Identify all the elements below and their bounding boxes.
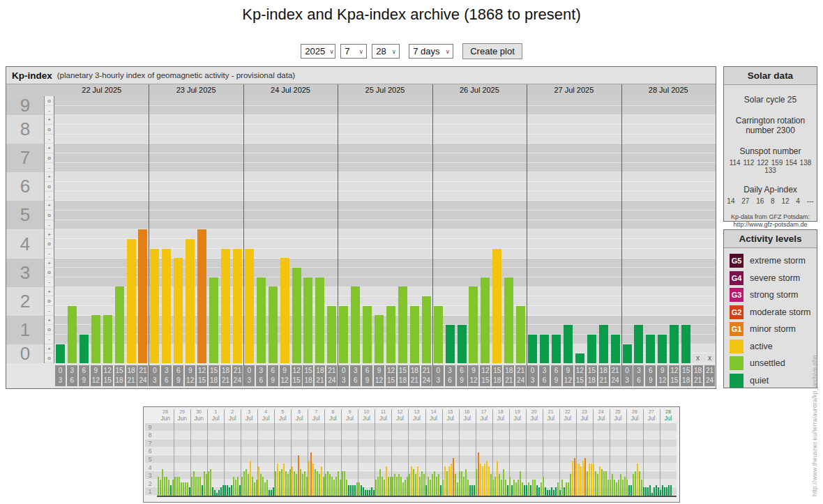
mini-date-day: 17 [476, 409, 492, 415]
activity-level-label: extreme storm [750, 256, 806, 266]
kp-data-source-line2[interactable]: http://www.gfz-potsdam.de [724, 221, 817, 229]
y-subtick-plus: + [45, 172, 54, 182]
kp-bar [292, 268, 301, 363]
year-select[interactable]: 2025 ∨ [301, 44, 335, 59]
create-plot-button[interactable]: Create plot [462, 43, 522, 59]
period-end: 15 [197, 376, 207, 385]
y-subtick-o: o [45, 182, 54, 192]
mini-y-axis-number: 8 [145, 432, 155, 440]
quiet-swatch [730, 374, 743, 388]
mini-kp-bar [398, 474, 400, 496]
grid-row [54, 163, 716, 173]
mini-kp-bar [637, 464, 638, 496]
mini-kp-bar [453, 458, 454, 496]
y-subtick-minus: - [45, 306, 54, 316]
mini-kp-bar [208, 471, 209, 496]
period-start: 3 [161, 366, 172, 376]
mini-day-divider-line [526, 409, 527, 496]
period-label-box: 912 [657, 365, 667, 386]
day-label: 28 Jul 2025 [621, 84, 716, 96]
mini-kp-bar [396, 477, 398, 496]
period-start: 6 [173, 366, 183, 376]
period-start: 0 [55, 366, 66, 376]
mini-kp-bar [266, 480, 268, 496]
y-axis-number: 1 [6, 316, 44, 344]
mini-date-label: 14Jul [425, 409, 442, 423]
mini-kp-bar [350, 485, 352, 496]
mini-date-day: 14 [425, 409, 442, 415]
mini-kp-bar [559, 490, 561, 496]
mini-kp-bar [654, 487, 655, 496]
day-divider-line [149, 84, 149, 386]
period-end: 9 [645, 376, 656, 385]
day-select[interactable]: 28 ∨ [372, 44, 400, 59]
period-start: 3 [539, 366, 550, 376]
mini-date-label: 3Jul [241, 409, 257, 423]
mini-kp-bar [292, 466, 293, 496]
mini-date-month: Jul [391, 415, 408, 422]
period-start: 15 [681, 366, 691, 376]
carrington-rotation-line2: number 2300 [724, 125, 817, 135]
mini-kp-bar [526, 485, 527, 496]
period-label-box: 69 [362, 365, 372, 386]
period-start: 6 [79, 366, 89, 376]
period-label-box: 36 [161, 365, 172, 386]
period-end: 15 [575, 376, 585, 385]
ap-index-values: 14 27 16 8 12 4 --- [724, 197, 817, 205]
mini-kp-bar [580, 466, 582, 496]
mini-date-month: Jul [308, 415, 324, 422]
year-select-value: 2025 [305, 46, 325, 56]
period-start: 12 [103, 366, 113, 376]
period-end: 18 [681, 376, 691, 385]
period-start: 0 [338, 366, 349, 376]
mini-date-month: Jul [274, 415, 291, 422]
mini-kp-bar [181, 482, 182, 496]
kp-bar [422, 296, 431, 363]
mini-kp-bar [264, 482, 266, 496]
mini-kp-bar [277, 464, 278, 496]
mini-date-month: Jul [459, 415, 476, 422]
mini-kp-bar [342, 471, 343, 496]
kp-bar [599, 325, 608, 363]
mini-kp-bar [467, 480, 469, 496]
activity-level-label: quiet [750, 376, 769, 385]
mini-date-month: Jul [341, 415, 358, 422]
mini-kp-bar [227, 485, 228, 496]
grid-row [54, 201, 716, 211]
mini-y-axis-number: 1 [145, 487, 155, 496]
grid-row [54, 96, 716, 106]
missing-data-marker: x [692, 354, 704, 362]
chart-subtitle: (planetary 3-hourly index of geomagnetic… [57, 71, 295, 79]
activity-level-label: moderate storm [750, 307, 811, 317]
mini-kp-bar [358, 482, 360, 496]
y-subtick-minus: - [45, 192, 54, 201]
period-end: 15 [386, 376, 396, 385]
period-end: 24 [610, 376, 621, 385]
mini-date-label: 16Jul [459, 409, 476, 423]
mini-kp-bar [538, 487, 540, 496]
period-label-box: 1518 [303, 365, 313, 386]
range-select[interactable]: 7 days ∨ [409, 44, 453, 59]
period-end: 9 [268, 376, 278, 385]
period-label-box: 03 [55, 365, 66, 386]
activity-levels-title: Activity levels [724, 230, 817, 248]
mini-kp-bar [241, 477, 243, 496]
mini-kp-bar [243, 471, 245, 496]
period-label-box: 69 [645, 365, 656, 386]
mini-kp-bar [308, 461, 310, 496]
mini-kp-bar [419, 477, 421, 496]
active-swatch [730, 339, 743, 353]
month-select[interactable]: 7 ∨ [340, 44, 367, 59]
mini-kp-bar [361, 485, 362, 496]
mini-kp-bar [300, 469, 301, 496]
y-subtick-o: o [45, 96, 54, 106]
mini-date-label: 15Jul [442, 409, 459, 423]
mini-kp-bar [643, 487, 644, 496]
mini-date-month: Jul [224, 415, 241, 422]
mini-kp-bar [451, 464, 452, 496]
mini-date-day: 29 [174, 409, 190, 415]
mini-kp-bar [499, 474, 500, 496]
period-start: 15 [114, 366, 125, 376]
mini-kp-bar [421, 471, 423, 496]
mini-kp-bar [503, 469, 504, 496]
